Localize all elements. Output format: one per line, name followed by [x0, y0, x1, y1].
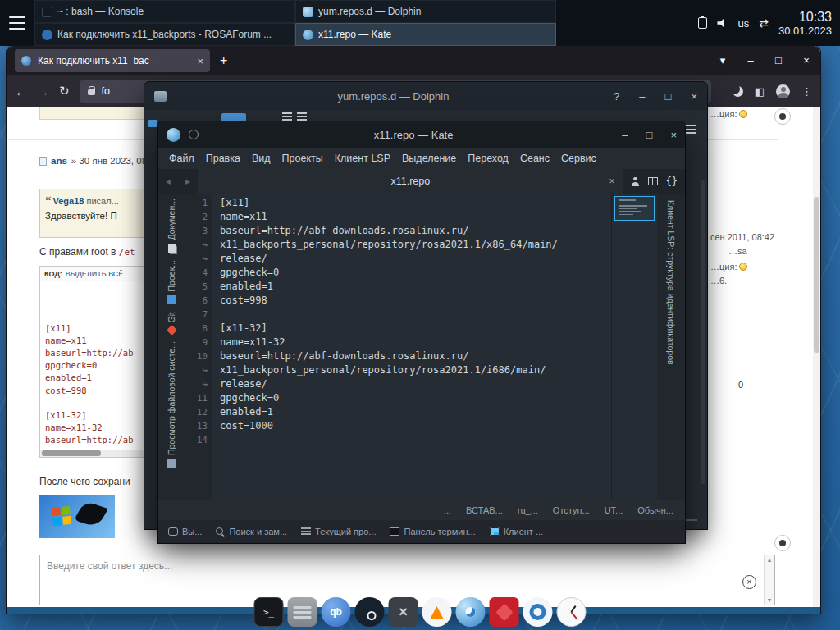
- network-icon[interactable]: ⇄: [759, 16, 769, 30]
- minimize-button[interactable]: –: [622, 129, 628, 141]
- status-item[interactable]: ru_...: [518, 505, 538, 515]
- document-tab[interactable]: x11.repo ×: [198, 169, 623, 194]
- kate-editor[interactable]: 1 [x11] 2 name=x11 3 baseurl=http://abf-…: [185, 194, 657, 500]
- post-image[interactable]: [39, 495, 115, 538]
- close-button[interactable]: ×: [792, 46, 820, 75]
- menu-item[interactable]: Выделение: [396, 151, 462, 166]
- bottom-tool-button[interactable]: Текущий про...: [301, 527, 376, 536]
- select-all-link[interactable]: ВЫДЕЛИТЬ ВСЁ: [66, 270, 124, 278]
- details-view-icon[interactable]: [297, 112, 307, 121]
- reply-scrollbar[interactable]: ▲ ▼: [764, 555, 774, 605]
- status-item[interactable]: UT...: [605, 505, 623, 515]
- user-icon[interactable]: [631, 177, 640, 186]
- minimize-button[interactable]: –: [737, 46, 765, 75]
- browser-tab[interactable]: Как подключить x11_bac ×: [15, 49, 210, 72]
- tab-close-icon[interactable]: ×: [197, 55, 203, 67]
- tab-close-icon[interactable]: ×: [609, 176, 614, 187]
- page-scrollbar[interactable]: [813, 107, 820, 607]
- status-item[interactable]: Отступ...: [553, 505, 590, 515]
- clear-icon[interactable]: ×: [742, 575, 756, 589]
- lsp-outline-tool-button[interactable]: Клиент LSP: структура идентификаторов: [666, 200, 676, 495]
- konsole-icon[interactable]: >_: [254, 597, 284, 627]
- file-cabinet-icon[interactable]: [288, 597, 317, 627]
- braces-icon[interactable]: {}: [666, 176, 678, 187]
- scroll-up-icon[interactable]: ▲: [767, 557, 773, 563]
- keyboard-layout[interactable]: us: [737, 17, 749, 30]
- minimap-viewport[interactable]: [614, 196, 655, 221]
- post-author-link[interactable]: ans: [51, 156, 67, 166]
- sidebar-tool-button[interactable]: Проек...: [167, 260, 176, 304]
- menu-item[interactable]: Сервис: [555, 151, 602, 166]
- scroll-down-icon[interactable]: ▼: [767, 597, 773, 603]
- menu-item[interactable]: Файл: [163, 151, 200, 166]
- bottom-tool-button[interactable]: Вы...: [168, 527, 202, 536]
- menu-item[interactable]: Сеанс: [514, 151, 555, 166]
- line-number: 8: [185, 322, 212, 336]
- menu-icon[interactable]: ⋮: [801, 85, 812, 98]
- page-scrollbar-thumb[interactable]: [814, 197, 819, 353]
- close-button[interactable]: ×: [670, 129, 677, 141]
- reload-icon[interactable]: ↻: [59, 84, 70, 98]
- maximize-button[interactable]: □: [646, 129, 653, 141]
- menu-item[interactable]: Переход: [462, 151, 514, 166]
- scroll-bottom-button[interactable]: [774, 535, 791, 551]
- sidebar-icon[interactable]: ◧: [755, 85, 765, 98]
- editor-line: 3 baseurl=http://abf-downloads.rosalinux…: [185, 224, 611, 238]
- sidebar-tool-button[interactable]: Просмотр файловой систе...: [167, 341, 176, 468]
- task-kate[interactable]: x11.repo — Kate: [295, 23, 556, 46]
- forward-icon[interactable]: →: [37, 84, 49, 98]
- new-tab-button[interactable]: +: [220, 53, 227, 68]
- kate-title-bar[interactable]: x11.repo — Kate – □ ×: [158, 121, 685, 148]
- menu-item[interactable]: Проекты: [276, 151, 329, 166]
- menu-item[interactable]: Вид: [246, 151, 276, 166]
- sidebar-tool-button[interactable]: Докумен...: [167, 199, 176, 253]
- clock[interactable]: 10:33 30.01.2023: [778, 9, 832, 38]
- avatar[interactable]: [776, 84, 790, 98]
- menu-item[interactable]: Правка: [200, 151, 246, 166]
- bottom-tool-button[interactable]: Клиент ...: [490, 527, 543, 536]
- package-icon[interactable]: [490, 597, 519, 627]
- application-menu-button[interactable]: [0, 0, 34, 46]
- split-view-icon[interactable]: [648, 177, 658, 185]
- status-item[interactable]: ВСТАВ...: [466, 505, 503, 515]
- help-button[interactable]: ?: [614, 90, 619, 103]
- bottom-tool-button[interactable]: Поиск и зам...: [216, 527, 287, 536]
- task-konsole[interactable]: ~ : bash — Konsole: [34, 0, 295, 23]
- vlc-icon[interactable]: [422, 597, 452, 627]
- tab-next-icon[interactable]: ▸: [178, 176, 198, 187]
- bottom-tool-button[interactable]: Панель термин...: [390, 527, 475, 536]
- volume-icon[interactable]: [717, 18, 728, 28]
- scrollbar-thumb[interactable]: [42, 450, 101, 456]
- sidebar-tool-button[interactable]: Git: [167, 312, 176, 334]
- qbittorrent-icon[interactable]: qb: [322, 597, 351, 627]
- scroll-top-button[interactable]: [774, 108, 791, 125]
- list-tabs-icon[interactable]: ▾: [709, 46, 737, 75]
- clock-icon[interactable]: [557, 597, 587, 627]
- list-view-icon[interactable]: [282, 112, 292, 121]
- status-item[interactable]: Обычн...: [637, 505, 673, 515]
- dolphin-scrollbar[interactable]: [701, 180, 705, 484]
- code-horizontal-scrollbar[interactable]: [40, 450, 144, 457]
- places-folder-icon[interactable]: [148, 120, 158, 127]
- steam-icon[interactable]: [355, 597, 385, 627]
- lock-icon: [88, 89, 95, 95]
- back-icon[interactable]: ←: [15, 84, 27, 98]
- menu-item[interactable]: Клиент LSP: [329, 151, 396, 166]
- maximize-button[interactable]: □: [665, 90, 672, 103]
- close-button[interactable]: ×: [691, 90, 697, 103]
- dark-mode-icon[interactable]: [733, 86, 743, 97]
- maximize-button[interactable]: □: [765, 46, 792, 75]
- status-item[interactable]: ...: [444, 505, 451, 515]
- task-browser[interactable]: Как подключить x11_backports - ROSAForum…: [34, 23, 295, 46]
- minimize-button[interactable]: –: [639, 90, 645, 103]
- clipboard-icon[interactable]: [698, 17, 707, 29]
- app-menu-icon[interactable]: [189, 130, 199, 139]
- falkon-icon[interactable]: [456, 597, 486, 627]
- quote-author-link[interactable]: Vega18: [53, 196, 84, 206]
- tab-prev-icon[interactable]: ◂: [158, 176, 178, 187]
- editor-minimap[interactable]: [611, 194, 657, 500]
- recorder-icon[interactable]: [523, 597, 553, 627]
- task-dolphin[interactable]: yum.repos.d — Dolphin: [295, 0, 556, 23]
- game-icon[interactable]: ×: [389, 597, 418, 627]
- dolphin-title-bar[interactable]: yum.repos.d — Dolphin ? – □ ×: [144, 82, 707, 110]
